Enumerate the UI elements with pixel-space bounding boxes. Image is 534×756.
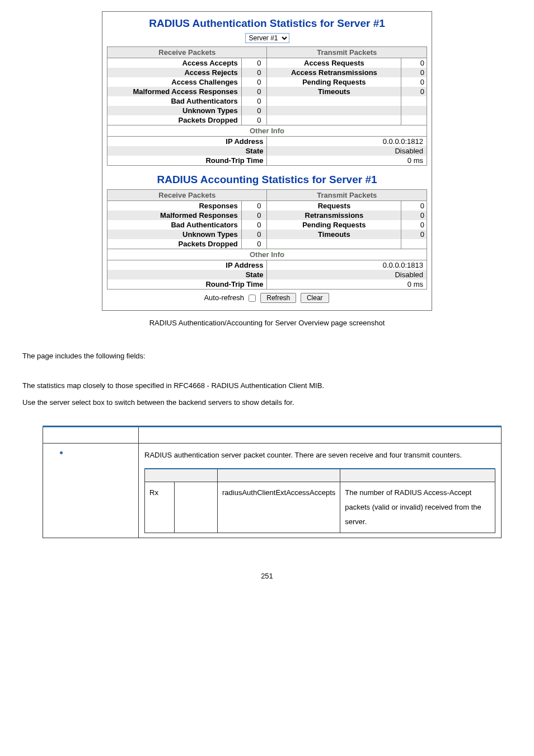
- acct-r5-recv-val: 0: [241, 239, 267, 249]
- inner-c4: The number of RADIUS Access-Accept packe…: [340, 482, 495, 533]
- inner-c1: Rx: [145, 482, 175, 533]
- desc-head-left: [43, 427, 139, 444]
- auth-r4-tx-val: 0: [401, 87, 427, 96]
- server-select-row: Server #1: [107, 33, 427, 43]
- intro-para-2: The statistics map closely to those spec…: [22, 379, 512, 392]
- desc-intro: RADIUS authentication server packet coun…: [144, 448, 495, 463]
- acct-r3-recv-val: 0: [241, 220, 267, 230]
- auth-r7-recv-val: 0: [241, 115, 267, 125]
- auto-refresh-checkbox[interactable]: [249, 295, 256, 302]
- acct-r3-tx-val: 0: [401, 220, 427, 230]
- auth-r6-recv-lbl: Unknown Types: [107, 106, 242, 115]
- acct-r2-recv-lbl: Malformed Responses: [107, 211, 242, 220]
- acct-r3-tx-lbl: Pending Requests: [267, 220, 401, 230]
- acct-r4-tx-val: 0: [401, 230, 427, 239]
- acct-r4-recv-lbl: Unknown Types: [107, 230, 242, 239]
- auth-rtt-lbl: Round-Trip Time: [107, 156, 267, 166]
- acct-r4-recv-val: 0: [241, 230, 267, 239]
- desc-head-right: [139, 427, 502, 444]
- desc-right-cell: RADIUS authentication server packet coun…: [139, 444, 502, 538]
- bullet-icon: [60, 451, 63, 454]
- auth-r1-tx-lbl: Access Requests: [267, 58, 401, 68]
- acct-state-val: Disabled: [267, 270, 427, 279]
- auth-r2-tx-val: 0: [401, 68, 427, 77]
- acct-r1-tx-val: 0: [401, 201, 427, 211]
- acct-recv-head: Receive Packets: [107, 190, 267, 201]
- screenshot-caption: RADIUS Authentication/Accounting for Ser…: [22, 319, 512, 327]
- acct-rtt-val: 0 ms: [267, 279, 427, 290]
- desc-left-cell: [43, 444, 139, 538]
- auth-r3-recv-lbl: Access Challenges: [107, 77, 242, 87]
- auth-r6-recv-val: 0: [241, 106, 267, 115]
- auth-r4-tx-lbl: Timeouts: [267, 87, 401, 96]
- acct-ip-val: 0.0.0.0:1813: [267, 260, 427, 270]
- radius-screenshot: RADIUS Authentication Statistics for Ser…: [102, 11, 432, 311]
- acct-r1-tx-lbl: Requests: [267, 201, 401, 211]
- intro-para-3: Use the server select box to switch betw…: [22, 396, 512, 409]
- inner-head-3: [340, 469, 495, 482]
- acct-r2-tx-val: 0: [401, 211, 427, 220]
- auth-r3-recv-val: 0: [241, 77, 267, 87]
- auth-r3-tx-val: 0: [401, 77, 427, 87]
- auto-refresh-label: Auto-refresh: [204, 293, 244, 302]
- auth-r7-recv-lbl: Packets Dropped: [107, 115, 242, 125]
- acct-r5-recv-lbl: Packets Dropped: [107, 239, 242, 249]
- auth-r1-tx-val: 0: [401, 58, 427, 68]
- auth-r5-recv-lbl: Bad Authenticators: [107, 96, 242, 106]
- auth-other-head: Other Info: [107, 125, 427, 137]
- auth-recv-head: Receive Packets: [107, 47, 267, 58]
- inner-table: Rx radiusAuthClientExtAccessAccepts The …: [144, 468, 495, 533]
- acct-tx-head: Transmit Packets: [267, 190, 427, 201]
- auth-ip-val: 0.0.0.0:1812: [267, 137, 427, 147]
- auth-r2-recv-lbl: Access Rejects: [107, 68, 242, 77]
- acct-state-lbl: State: [107, 270, 267, 279]
- acct-r4-tx-lbl: Timeouts: [267, 230, 401, 239]
- auth-r5-recv-val: 0: [241, 96, 267, 106]
- auth-r4-recv-lbl: Malformed Access Responses: [107, 87, 242, 96]
- auth-r3-tx-lbl: Pending Requests: [267, 77, 401, 87]
- acct-stats-table: Receive Packets Transmit Packets Respons…: [107, 189, 427, 290]
- intro-para-1: The page includes the following fields:: [22, 349, 512, 362]
- inner-c2: [175, 482, 218, 533]
- inner-head-1: [145, 469, 218, 482]
- acct-ip-lbl: IP Address: [107, 260, 267, 270]
- controls-row: Auto-refresh Refresh Clear: [107, 293, 427, 304]
- clear-button[interactable]: Clear: [301, 293, 329, 303]
- auth-rtt-val: 0 ms: [267, 156, 427, 166]
- acct-r2-recv-val: 0: [241, 211, 267, 220]
- inner-head-2: [218, 469, 340, 482]
- auth-state-val: Disabled: [267, 146, 427, 156]
- acct-r1-recv-lbl: Responses: [107, 201, 242, 211]
- acct-rtt-lbl: Round-Trip Time: [107, 279, 267, 290]
- acct-other-head: Other Info: [107, 249, 427, 260]
- acct-r2-tx-lbl: Retransmissions: [267, 211, 401, 220]
- acct-title: RADIUS Accounting Statistics for Server …: [107, 174, 427, 186]
- auth-title: RADIUS Authentication Statistics for Ser…: [107, 17, 427, 30]
- auth-r1-recv-val: 0: [241, 58, 267, 68]
- acct-r1-recv-val: 0: [241, 201, 267, 211]
- server-select[interactable]: Server #1: [245, 33, 289, 43]
- page-number: 251: [22, 572, 512, 580]
- inner-c3: radiusAuthClientExtAccessAccepts: [218, 482, 340, 533]
- auth-tx-head: Transmit Packets: [267, 47, 427, 58]
- refresh-button[interactable]: Refresh: [260, 293, 296, 303]
- auth-r2-recv-val: 0: [241, 68, 267, 77]
- auth-state-lbl: State: [107, 146, 267, 156]
- auth-r1-recv-lbl: Access Accepts: [107, 58, 242, 68]
- auth-stats-table: Receive Packets Transmit Packets Access …: [107, 46, 427, 166]
- acct-r3-recv-lbl: Bad Authenticators: [107, 220, 242, 230]
- auth-r2-tx-lbl: Access Retransmissions: [267, 68, 401, 77]
- auth-r4-recv-val: 0: [241, 87, 267, 96]
- desc-table: RADIUS authentication server packet coun…: [43, 426, 502, 538]
- auth-ip-lbl: IP Address: [107, 137, 267, 147]
